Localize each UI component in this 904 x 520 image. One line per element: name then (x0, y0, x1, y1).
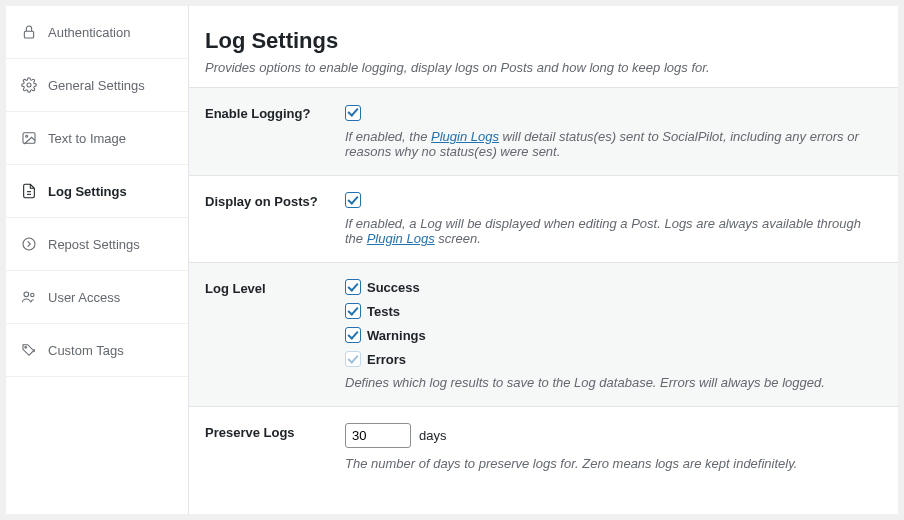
log-level-errors-checkbox (345, 351, 361, 367)
svg-point-6 (23, 238, 35, 250)
settings-sidebar: Authentication General Settings Text to … (6, 6, 188, 514)
gear-icon (20, 76, 38, 94)
sidebar-item-label: User Access (48, 290, 120, 305)
svg-point-3 (26, 135, 28, 137)
help-text: If enabled, the (345, 129, 431, 144)
svg-point-1 (27, 83, 31, 87)
row-log-level: Log Level Success Tests Warnings Errors (189, 262, 898, 406)
help-text: screen. (435, 231, 481, 246)
svg-rect-0 (24, 31, 33, 38)
page-title: Log Settings (205, 28, 882, 54)
log-level-label: Log Level (205, 279, 345, 390)
sidebar-item-custom-tags[interactable]: Custom Tags (6, 324, 188, 377)
arrow-circle-icon (20, 235, 38, 253)
plugin-logs-link[interactable]: Plugin Logs (431, 129, 499, 144)
lock-icon (20, 23, 38, 41)
log-level-warnings-checkbox[interactable] (345, 327, 361, 343)
log-level-option-label: Tests (367, 304, 400, 319)
sidebar-item-log-settings[interactable]: Log Settings (6, 165, 188, 218)
preserve-logs-label: Preserve Logs (205, 423, 345, 471)
document-icon (20, 182, 38, 200)
sidebar-item-text-to-image[interactable]: Text to Image (6, 112, 188, 165)
tag-icon (20, 341, 38, 359)
sidebar-item-general-settings[interactable]: General Settings (6, 59, 188, 112)
log-level-success-checkbox[interactable] (345, 279, 361, 295)
svg-point-7 (24, 292, 29, 297)
sidebar-item-label: Custom Tags (48, 343, 124, 358)
sidebar-item-label: General Settings (48, 78, 145, 93)
display-on-posts-help: If enabled, a Log will be displayed when… (345, 216, 882, 246)
users-icon (20, 288, 38, 306)
row-display-on-posts: Display on Posts? If enabled, a Log will… (189, 175, 898, 263)
log-level-option: Warnings (345, 327, 882, 343)
page-description: Provides options to enable logging, disp… (205, 60, 882, 75)
svg-rect-2 (23, 133, 35, 144)
page-header: Log Settings Provides options to enable … (189, 6, 898, 87)
log-level-option-label: Warnings (367, 328, 426, 343)
row-preserve-logs: Preserve Logs days The number of days to… (189, 406, 898, 487)
sidebar-item-user-access[interactable]: User Access (6, 271, 188, 324)
preserve-logs-unit: days (419, 428, 446, 443)
log-level-tests-checkbox[interactable] (345, 303, 361, 319)
svg-point-9 (25, 347, 27, 349)
enable-logging-checkbox[interactable] (345, 105, 361, 121)
enable-logging-label: Enable Logging? (205, 104, 345, 159)
sidebar-item-label: Log Settings (48, 184, 127, 199)
plugin-logs-link[interactable]: Plugin Logs (367, 231, 435, 246)
log-level-option: Success (345, 279, 882, 295)
settings-main: Log Settings Provides options to enable … (188, 6, 898, 514)
preserve-logs-input[interactable] (345, 423, 411, 448)
display-on-posts-label: Display on Posts? (205, 192, 345, 247)
log-level-option-label: Errors (367, 352, 406, 367)
svg-point-8 (31, 293, 34, 296)
log-level-help: Defines which log results to save to the… (345, 375, 882, 390)
display-on-posts-checkbox[interactable] (345, 192, 361, 208)
row-enable-logging: Enable Logging? If enabled, the Plugin L… (189, 87, 898, 175)
sidebar-item-repost-settings[interactable]: Repost Settings (6, 218, 188, 271)
image-icon (20, 129, 38, 147)
sidebar-item-label: Authentication (48, 25, 130, 40)
log-level-option: Tests (345, 303, 882, 319)
log-level-option-label: Success (367, 280, 420, 295)
sidebar-item-label: Text to Image (48, 131, 126, 146)
log-level-option: Errors (345, 351, 882, 367)
sidebar-item-authentication[interactable]: Authentication (6, 6, 188, 59)
enable-logging-help: If enabled, the Plugin Logs will detail … (345, 129, 882, 159)
preserve-logs-help: The number of days to preserve logs for.… (345, 456, 882, 471)
sidebar-item-label: Repost Settings (48, 237, 140, 252)
